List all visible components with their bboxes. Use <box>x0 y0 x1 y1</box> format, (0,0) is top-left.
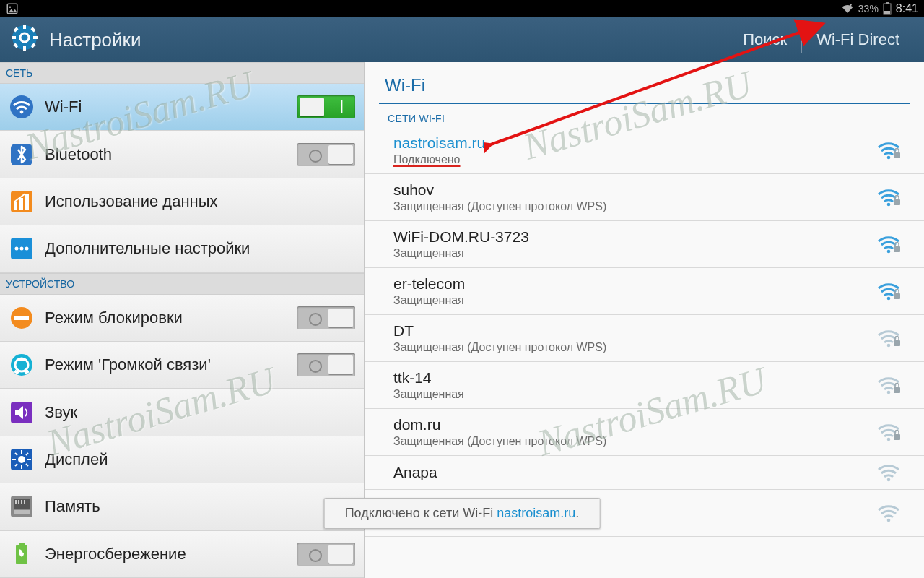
wifi-signal-icon <box>876 423 901 441</box>
sidebar-item-blocking-mode[interactable]: Режим блокировки <box>0 295 364 342</box>
wifi-network-item[interactable]: dom.ru Защищенная (Доступен протокол WPS… <box>365 409 924 456</box>
sidebar-item-sound[interactable]: Звук <box>0 389 364 436</box>
svg-rect-8 <box>23 46 26 51</box>
svg-point-63 <box>887 391 891 394</box>
svg-rect-27 <box>14 316 29 320</box>
network-status: Защищенная (Доступен протокол WPS) <box>393 200 876 213</box>
svg-rect-20 <box>19 198 23 210</box>
wifi-signal-icon <box>876 282 901 301</box>
network-status: Защищенная <box>393 247 876 260</box>
wifi-status-icon <box>841 4 854 14</box>
wifi-network-item[interactable]: er-telecom Защищенная <box>365 268 924 315</box>
svg-rect-48 <box>18 500 19 504</box>
svg-rect-4 <box>884 11 890 14</box>
svg-point-65 <box>887 438 891 441</box>
wifi-network-item[interactable]: suhov Защищенная (Доступен протокол WPS) <box>365 174 924 221</box>
hands-free-toggle[interactable] <box>297 353 355 376</box>
svg-rect-47 <box>15 500 17 504</box>
svg-point-53 <box>887 156 891 160</box>
sidebar-item-hands-free[interactable]: Режим 'Громкой связи' <box>0 342 364 389</box>
wifi-network-item[interactable]: nastroisam.ru Подключено <box>365 127 924 174</box>
sidebar-item-label: Память <box>45 497 355 516</box>
network-status: Защищенная (Доступен протокол WPS) <box>393 341 876 354</box>
svg-point-25 <box>25 247 29 251</box>
network-status: Подключено <box>393 153 876 166</box>
notification-image-icon <box>6 2 19 15</box>
sidebar-item-more-settings[interactable]: Дополнительные настройки <box>0 225 364 272</box>
svg-rect-66 <box>894 434 900 440</box>
wifi-network-item[interactable]: ttk-14 Защищенная <box>365 362 924 409</box>
wifi-signal-icon <box>876 235 901 254</box>
sidebar-item-label: Дополнительные настройки <box>45 239 355 258</box>
sidebar-item-display[interactable]: Дисплей <box>0 436 364 483</box>
wifi-signal-icon <box>876 463 901 482</box>
wifi-panel-title: Wi-Fi <box>365 62 924 103</box>
wifi-network-item[interactable]: DT Защищенная (Доступен протокол WPS) <box>365 315 924 362</box>
svg-rect-49 <box>21 500 22 504</box>
blocking-mode-icon <box>9 305 35 331</box>
network-name: WiFi-DOM.RU-3723 <box>393 228 876 246</box>
sidebar-item-bluetooth[interactable]: Bluetooth <box>0 131 364 178</box>
sidebar-item-label: Режим блокировки <box>45 309 287 327</box>
svg-point-6 <box>20 33 29 42</box>
sidebar-item-storage[interactable]: Память <box>0 483 364 530</box>
search-button[interactable]: Поиск <box>728 27 801 53</box>
svg-rect-52 <box>19 543 25 545</box>
network-status: Защищенная (Доступен протокол WPS) <box>393 435 876 448</box>
svg-rect-10 <box>33 36 38 39</box>
network-name: dom.ru <box>393 416 876 434</box>
svg-rect-3 <box>886 2 889 4</box>
svg-rect-64 <box>894 387 900 393</box>
sidebar-item-label: Энергосбережение <box>45 545 287 564</box>
svg-point-24 <box>20 247 24 251</box>
svg-rect-56 <box>894 199 900 205</box>
svg-point-57 <box>887 250 891 254</box>
svg-rect-62 <box>894 340 900 346</box>
svg-rect-60 <box>894 293 900 299</box>
sidebar-item-label: Wi-Fi <box>45 98 287 116</box>
network-name: Anapa <box>393 464 876 481</box>
svg-rect-21 <box>25 194 29 210</box>
svg-rect-58 <box>894 246 900 252</box>
svg-point-61 <box>887 344 891 348</box>
sidebar-item-label: Дисплей <box>45 450 355 469</box>
wifi-signal-icon <box>876 188 901 207</box>
svg-rect-46 <box>14 510 30 514</box>
svg-rect-7 <box>23 25 26 29</box>
sidebar-item-label: Звук <box>45 403 355 422</box>
network-name: er-telecom <box>393 275 876 293</box>
network-status: Защищенная <box>393 388 876 401</box>
wifi-toggle[interactable] <box>297 95 355 118</box>
data-usage-icon <box>9 189 35 215</box>
sidebar-item-wifi[interactable]: Wi-Fi <box>0 84 364 131</box>
more-icon <box>9 236 35 262</box>
svg-point-23 <box>15 247 19 251</box>
network-name: ttk-14 <box>393 369 876 387</box>
sidebar-item-power-saving[interactable]: Энергосбережение <box>0 531 364 578</box>
section-network: СЕТЬ <box>0 62 364 84</box>
blocking-mode-toggle[interactable] <box>297 306 355 329</box>
svg-point-1 <box>9 7 11 8</box>
status-bar: 33% 8:41 <box>0 0 924 17</box>
sidebar-item-label: Использование данных <box>45 192 355 211</box>
wifi-network-item[interactable]: Anapa <box>365 456 924 490</box>
bluetooth-toggle[interactable] <box>297 143 355 166</box>
power-saving-toggle[interactable] <box>297 543 355 566</box>
wifi-signal-icon <box>876 329 901 348</box>
wifi-signal-icon <box>876 504 901 522</box>
sidebar-item-label: Bluetooth <box>45 145 287 164</box>
sidebar-item-data-usage[interactable]: Использование данных <box>0 178 364 225</box>
wifi-signal-icon <box>876 376 901 394</box>
wifi-network-item[interactable]: WiFi-DOM.RU-3723 Защищенная <box>365 221 924 268</box>
sidebar-item-label: Режим 'Громкой связи' <box>45 355 287 374</box>
wifi-direct-button[interactable]: Wi-Fi Direct <box>801 27 914 53</box>
svg-rect-54 <box>894 152 900 158</box>
svg-rect-19 <box>14 202 17 210</box>
clock: 8:41 <box>896 2 918 15</box>
svg-point-35 <box>18 456 25 463</box>
network-status: Защищенная <box>393 294 876 307</box>
network-name: suhov <box>393 181 876 199</box>
toast-connected: Подключено к сети Wi-Fi nastroisam.ru. <box>324 498 601 529</box>
action-bar: Настройки Поиск Wi-Fi Direct <box>0 17 924 62</box>
sound-icon <box>9 400 35 426</box>
